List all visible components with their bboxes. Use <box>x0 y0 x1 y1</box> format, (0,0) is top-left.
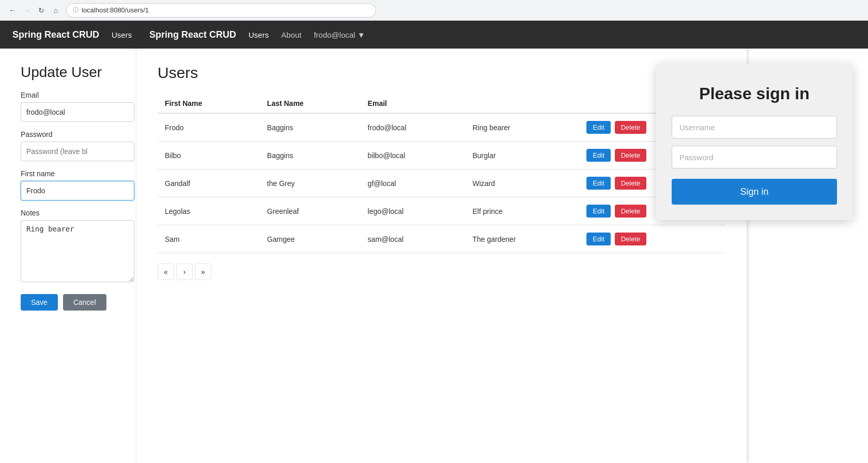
edit-button-2[interactable]: Edit <box>586 177 610 190</box>
save-button[interactable]: Save <box>21 294 58 311</box>
cell-firstname: Bilbo <box>158 142 260 169</box>
delete-button-3[interactable]: Delete <box>615 205 647 218</box>
page-first-button[interactable]: « <box>158 264 174 280</box>
col-lastname: Last Name <box>260 94 361 113</box>
cell-email: sam@local <box>361 225 466 253</box>
cell-email: gf@local <box>361 169 466 197</box>
cell-lastname: Baggins <box>260 142 361 169</box>
cell-lastname: the Grey <box>260 169 361 197</box>
users-title: Users <box>158 64 726 82</box>
col-notes <box>465 94 579 113</box>
table-header-row: First Name Last Name Email <box>158 94 726 113</box>
cell-notes: The gardener <box>465 225 579 253</box>
table-row: Gandalf the Grey gf@local Wizard Edit De… <box>158 169 726 197</box>
cancel-button[interactable]: Cancel <box>63 294 106 311</box>
navbar-middle: Spring React CRUD Users About frodo@loca… <box>137 21 747 49</box>
cell-notes: Ring bearer <box>465 113 579 142</box>
app-wrapper: Spring React CRUD Users About frodo@loca… <box>0 21 868 463</box>
browser-nav-buttons: ← → ↻ ⌂ <box>6 4 62 17</box>
cell-email: bilbo@local <box>361 142 466 169</box>
cell-actions: Edit Delete <box>579 225 726 253</box>
notes-textarea[interactable]: Ring bearer <box>21 220 134 282</box>
edit-button-4[interactable]: Edit <box>586 233 610 245</box>
cell-firstname: Gandalf <box>158 169 260 197</box>
firstname-input[interactable] <box>21 181 134 200</box>
right-dark-panel <box>744 21 868 49</box>
signin-modal: Please sign in Sign in <box>656 64 853 220</box>
cell-email: frodo@local <box>361 113 466 142</box>
page-next-button[interactable]: » <box>195 264 211 280</box>
table-row: Frodo Baggins frodo@local Ring bearer Ed… <box>158 113 726 142</box>
navbar-user-middle: frodo@local ▼ <box>314 30 365 39</box>
email-input[interactable] <box>21 102 134 122</box>
navbar-about-middle[interactable]: About <box>281 30 301 39</box>
cell-notes: Elf prince <box>465 197 579 225</box>
page-prev-button[interactable]: › <box>176 264 193 280</box>
navbar-users-bg[interactable]: Users <box>112 30 132 39</box>
password-input[interactable] <box>21 142 134 161</box>
table-row: Sam Gamgee sam@local The gardener Edit D… <box>158 225 726 253</box>
home-button[interactable]: ⌂ <box>50 4 62 17</box>
cell-email: lego@local <box>361 197 466 225</box>
table-row: Bilbo Baggins bilbo@local Burglar Edit D… <box>158 142 726 169</box>
signin-password-input[interactable] <box>672 146 837 168</box>
signin-title: Please sign in <box>672 84 837 103</box>
reload-button[interactable]: ↻ <box>35 4 48 17</box>
middle-page: Spring React CRUD Users About frodo@loca… <box>137 21 747 463</box>
navbar-brand-middle: Spring React CRUD <box>149 29 236 40</box>
delete-button-0[interactable]: Delete <box>615 121 647 134</box>
cell-firstname: Legolas <box>158 197 260 225</box>
username-input[interactable] <box>672 116 837 138</box>
browser-chrome: ← → ↻ ⌂ ⓘ localhost:8080/users/1 <box>0 0 868 21</box>
cell-notes: Burglar <box>465 142 579 169</box>
table-row: Legolas Greenleaf lego@local Elf prince … <box>158 197 726 225</box>
users-table: First Name Last Name Email Frodo Baggins… <box>158 94 726 253</box>
lock-icon: ⓘ <box>73 6 79 14</box>
navbar-brand-bg: Spring React CRUD <box>12 29 99 40</box>
delete-button-2[interactable]: Delete <box>615 177 647 190</box>
cell-firstname: Frodo <box>158 113 260 142</box>
users-content: Users Add User First Name Last Name Emai… <box>137 49 747 296</box>
cell-firstname: Sam <box>158 225 260 253</box>
pagination: « › » <box>158 264 726 280</box>
cell-lastname: Greenleaf <box>260 197 361 225</box>
edit-button-1[interactable]: Edit <box>586 149 610 162</box>
back-button[interactable]: ← <box>6 4 19 17</box>
cell-lastname: Gamgee <box>260 225 361 253</box>
col-firstname: First Name <box>158 94 260 113</box>
delete-button-1[interactable]: Delete <box>615 149 647 162</box>
url-text: localhost:8080/users/1 <box>82 6 149 14</box>
delete-button-4[interactable]: Delete <box>615 233 647 245</box>
forward-button[interactable]: → <box>21 4 33 17</box>
cell-lastname: Baggins <box>260 113 361 142</box>
edit-button-0[interactable]: Edit <box>586 121 610 134</box>
signin-button[interactable]: Sign in <box>672 179 837 205</box>
navbar-users-middle[interactable]: Users <box>249 30 269 39</box>
address-bar[interactable]: ⓘ localhost:8080/users/1 <box>66 3 376 18</box>
cell-notes: Wizard <box>465 169 579 197</box>
edit-button-3[interactable]: Edit <box>586 205 610 218</box>
col-email: Email <box>361 94 466 113</box>
